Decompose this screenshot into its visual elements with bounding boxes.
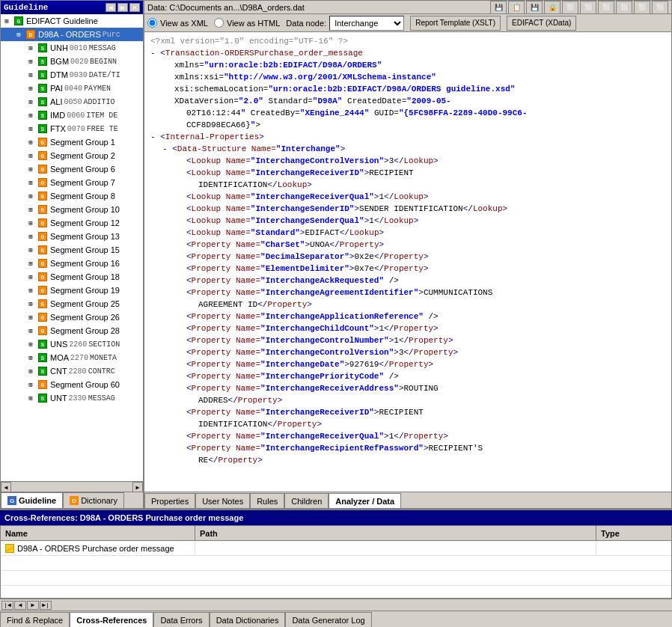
scroll-left-btn[interactable]: ◀: [1, 482, 11, 492]
tree-item-sg10[interactable]: ⊞ G Segment Group 10: [1, 203, 143, 216]
vbtab-crossrefs[interactable]: Cross-References: [70, 612, 153, 627]
tree-item-unt[interactable]: ⊞ S UNT 2330 MESSAG: [1, 391, 143, 405]
tree-item-sg1[interactable]: ⊞ G Segment Group 1: [1, 135, 143, 149]
tree-item-bgm[interactable]: ⊞ S BGM 0020 BEGINN: [1, 55, 143, 68]
expand-icon[interactable]: ⊞: [25, 244, 37, 256]
close-btn[interactable]: ✕: [129, 3, 140, 12]
tab-rules[interactable]: Rules: [250, 493, 284, 508]
expand-icon[interactable]: ⊞: [25, 123, 37, 135]
tab-properties[interactable]: Properties: [144, 493, 195, 508]
tree-item-cnt[interactable]: ⊞ S CNT 2280 CONTRC: [1, 364, 143, 378]
toolbar-icon-1[interactable]: 💾: [490, 1, 507, 14]
tree-item-uns[interactable]: ⊞ S UNS 2260 SECTION: [1, 337, 143, 351]
tree-item-edifact[interactable]: ⊞ G EDIFACT Guideline: [1, 14, 143, 28]
toolbar-icon-6[interactable]: ⬜: [580, 1, 596, 14]
tree-item-ftx[interactable]: ⊞ S FTX 0070 FREE TE: [1, 122, 143, 135]
table-row[interactable]: 🔑 D98A - ORDERS Purchase order message: [1, 541, 671, 556]
scroll-right-btn[interactable]: ▶: [132, 482, 143, 492]
expand-icon[interactable]: ⊞: [25, 96, 37, 108]
tree-item-sg6[interactable]: ⊞ G Segment Group 6: [1, 162, 143, 176]
vbtab-dataerrors[interactable]: Data Errors: [153, 612, 209, 627]
expand-icon[interactable]: ⊞: [25, 204, 37, 215]
tree-label: Segment Group 6: [50, 165, 115, 174]
expand-icon[interactable]: ⊞: [25, 392, 37, 404]
expand-icon[interactable]: ⊞: [25, 284, 37, 296]
expand-icon[interactable]: ⊞: [25, 217, 37, 229]
tree-item-sg16[interactable]: ⊞ G Segment Group 16: [1, 257, 143, 270]
toolbar-icon-8[interactable]: ⬜: [616, 1, 632, 14]
nav-first-btn[interactable]: |◀: [1, 601, 13, 610]
td-type: [596, 541, 671, 555]
expand-icon[interactable]: ⊞: [25, 298, 37, 310]
tab-usernotes[interactable]: User Notes: [195, 493, 250, 508]
expand-icon[interactable]: ⊞: [1, 15, 13, 27]
tree-item-sg7[interactable]: ⊞ G Segment Group 7: [1, 176, 143, 189]
tree-item-imd[interactable]: ⊞ S IMD 0060 ITEM DE: [1, 108, 143, 122]
expand-icon[interactable]: ⊞: [25, 271, 37, 283]
tree-item-sg18[interactable]: ⊞ G Segment Group 18: [1, 270, 143, 284]
scroll-track[interactable]: [11, 482, 132, 492]
expand-icon[interactable]: ⊞: [25, 55, 37, 67]
expand-icon[interactable]: ⊞: [25, 109, 37, 121]
report-template-btn[interactable]: Report Template (XSLT): [410, 16, 501, 31]
toolbar-icon-9[interactable]: ⬜: [634, 1, 650, 14]
tree-item-sg26[interactable]: ⊞ G Segment Group 26: [1, 311, 143, 324]
toolbar-icon-3[interactable]: 💾: [526, 1, 543, 14]
nav-last-btn[interactable]: ▶|: [40, 601, 52, 610]
tab-guideline[interactable]: G Guideline: [1, 492, 63, 508]
expand-icon[interactable]: ⊞: [25, 163, 37, 175]
toolbar-icon-4[interactable]: 🔒: [544, 1, 560, 14]
expand-icon[interactable]: ⊞: [25, 338, 37, 350]
edifact-btn[interactable]: EDIFACT (XData): [507, 16, 576, 31]
expand-icon[interactable]: ⊞: [25, 42, 37, 54]
expand-icon[interactable]: ⊞: [25, 257, 37, 269]
tree-item-pai[interactable]: ⊞ S PAI 0040 PAYMEN: [1, 82, 143, 95]
expand-icon[interactable]: ⊞: [25, 230, 37, 242]
tree-item-d98a[interactable]: ⊞ D D98A - ORDERS Purc: [1, 28, 143, 41]
expand-icon[interactable]: ⊞: [25, 352, 37, 364]
tree-item-sg13[interactable]: ⊞ G Segment Group 13: [1, 230, 143, 243]
tree-item-sg2[interactable]: ⊞ G Segment Group 2: [1, 149, 143, 162]
toolbar-icon-10[interactable]: ⬜: [652, 1, 668, 14]
toolbar-icon-5[interactable]: ⬜: [562, 1, 578, 14]
tab-children[interactable]: Children: [284, 493, 329, 508]
vbtab-datadicts[interactable]: Data Dictionaries: [210, 612, 286, 627]
toolbar-icon-2[interactable]: 📋: [508, 1, 525, 14]
tab-dictionary[interactable]: D Dictionary: [63, 492, 124, 508]
tree-item-sg19[interactable]: ⊞ G Segment Group 19: [1, 284, 143, 297]
expand-icon[interactable]: ⊞: [13, 28, 25, 40]
tab-analyzerdata[interactable]: Analyzer / Data: [329, 493, 401, 508]
vbtab-datagenerator[interactable]: Data Generator Log: [285, 612, 371, 627]
expand-icon[interactable]: ⊞: [25, 365, 37, 377]
nav-forward-btn[interactable]: ▶: [117, 3, 128, 12]
expand-icon[interactable]: ⊞: [25, 379, 37, 391]
toolbar-icon-7[interactable]: ⬜: [598, 1, 614, 14]
tree-item-sg8[interactable]: ⊞ G Segment Group 8: [1, 189, 143, 203]
expand-icon[interactable]: ⊞: [25, 177, 37, 189]
tree-item-sg28[interactable]: ⊞ G Segment Group 28: [1, 324, 143, 337]
view-html-radio[interactable]: [214, 18, 224, 28]
tree-item-ali[interactable]: ⊞ S ALI 0050 ADDITIO: [1, 95, 143, 108]
expand-icon[interactable]: ⊞: [25, 82, 37, 94]
view-xml-radio[interactable]: [147, 18, 157, 28]
data-node-select[interactable]: Interchange: [329, 16, 404, 31]
expand-icon[interactable]: ⊞: [25, 150, 37, 162]
expand-icon[interactable]: ⊞: [25, 190, 37, 202]
tree-item-sg15[interactable]: ⊞ G Segment Group 15: [1, 243, 143, 257]
vbtab-findreplace[interactable]: Find & Replace: [0, 612, 70, 627]
nav-next-btn[interactable]: ▶: [27, 601, 39, 610]
tree-item-dtm[interactable]: ⊞ S DTM 0030 DATE/TI: [1, 68, 143, 82]
expand-icon[interactable]: ⊞: [25, 69, 37, 81]
node-icon: G: [37, 257, 49, 269]
tree-item-sg60[interactable]: ⊞ G Segment Group 60: [1, 378, 143, 391]
tree-item-sg25[interactable]: ⊞ G Segment Group 25: [1, 297, 143, 311]
tree-item-unh[interactable]: ⊞ S UNH 0010 MESSAG: [1, 41, 143, 55]
expand-icon[interactable]: ⊞: [25, 325, 37, 337]
xml-content-scroll[interactable]: <?xml version="1.0" encoding="UTF-16" ?>…: [144, 32, 671, 492]
nav-back-btn[interactable]: ◀: [106, 3, 116, 12]
expand-icon[interactable]: ⊞: [25, 311, 37, 323]
nav-prev-btn[interactable]: ◀: [14, 601, 26, 610]
expand-icon[interactable]: ⊞: [25, 136, 37, 148]
tree-item-sg12[interactable]: ⊞ G Segment Group 12: [1, 216, 143, 230]
tree-item-moa[interactable]: ⊞ S MOA 2270 MONETA: [1, 351, 143, 364]
